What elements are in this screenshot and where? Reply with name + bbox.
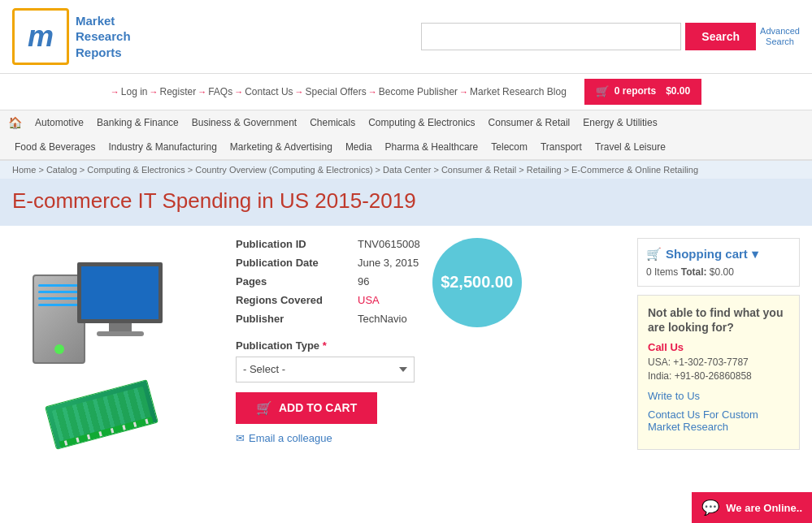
nav-contact[interactable]: Contact Us xyxy=(245,86,293,97)
price-circle: $2,500.00 xyxy=(432,238,522,327)
cart-total: $0.00 xyxy=(666,85,690,98)
cat-banking[interactable]: Banking & Finance xyxy=(90,115,185,131)
cat-pharma[interactable]: Pharma & Healthcare xyxy=(379,139,485,155)
logo-box: m xyxy=(12,8,69,65)
cat-marketing[interactable]: Marketing & Advertising xyxy=(224,139,339,155)
cat-industry[interactable]: Industry & Manufacturing xyxy=(102,139,223,155)
cat-consumer[interactable]: Consumer & Retail xyxy=(482,115,577,131)
product-details: Publication ID TNV0615008 Publication Da… xyxy=(224,238,637,458)
cart-widget-icon: 🛒 xyxy=(646,247,662,262)
cat-computing[interactable]: Computing & Electronics xyxy=(362,115,481,131)
logo-line1: Market xyxy=(76,13,131,29)
nav-arrow: → xyxy=(111,87,119,97)
nav-login[interactable]: Log in xyxy=(121,86,148,97)
cart-widget-title[interactable]: 🛒 Shopping cart ▾ xyxy=(646,247,791,262)
custom-research-section: Contact Us For Custom Market Research xyxy=(648,408,789,433)
custom-research-link[interactable]: Contact Us For Custom Market Research xyxy=(648,408,758,433)
cat-travel[interactable]: Travel & Leisure xyxy=(588,139,672,155)
cat-nav-row2: Food & Beverages Industry & Manufacturin… xyxy=(0,135,812,159)
pub-date-value: June 3, 2015 xyxy=(358,257,419,269)
category-nav: 🏠 Automotive Banking & Finance Business … xyxy=(0,110,812,161)
pages-label: Pages xyxy=(236,275,358,287)
call-us-title: Call Us xyxy=(648,341,789,353)
cart-count: 0 reports xyxy=(614,85,656,98)
logo-line2: Research xyxy=(76,28,131,45)
nav-arrow: → xyxy=(459,87,468,97)
pub-id-label: Publication ID xyxy=(236,238,358,250)
logo-text: Market Research Reports xyxy=(76,13,131,61)
nav-register[interactable]: Register xyxy=(159,86,196,97)
cat-energy[interactable]: Energy & Utilities xyxy=(576,115,663,131)
cart-button[interactable]: 🛒 0 reports $0.00 xyxy=(584,79,701,105)
nav-arrow: → xyxy=(295,87,304,97)
nav-arrow: → xyxy=(149,87,158,97)
product-illustration xyxy=(24,258,211,437)
regions-value[interactable]: USA xyxy=(358,294,380,306)
top-nav: → Log in → Register → FAQs → Contact Us … xyxy=(0,74,812,110)
email-label: Email a colleague xyxy=(249,432,332,444)
nav-faqs[interactable]: FAQs xyxy=(208,86,232,97)
email-colleague-link[interactable]: ✉ Email a colleague xyxy=(236,432,625,444)
page-title-area: E-commerce IT Spending in US 2015-2019 xyxy=(0,179,812,226)
cat-transport[interactable]: Transport xyxy=(534,139,588,155)
call-us-section: Call Us USA: +1-302-703-7787 India: +91-… xyxy=(648,341,789,383)
write-us-link[interactable]: Write to Us xyxy=(648,390,700,402)
nav-special-offers[interactable]: Special Offers xyxy=(306,86,367,97)
advanced-search-link[interactable]: AdvancedSearch xyxy=(760,26,800,47)
write-us-section: Write to Us xyxy=(648,390,789,402)
pub-date-row: Publication Date June 3, 2015 xyxy=(236,257,420,269)
add-to-cart-button[interactable]: 🛒 ADD TO CART xyxy=(236,392,377,424)
logo-line3: Reports xyxy=(76,45,131,61)
nav-arrow: → xyxy=(198,87,206,97)
search-button[interactable]: Search xyxy=(685,23,756,50)
pages-row: Pages 96 xyxy=(236,275,420,287)
search-area: Search AdvancedSearch xyxy=(421,23,800,50)
cat-food[interactable]: Food & Beverages xyxy=(8,139,102,155)
cart-items-text: 0 Items xyxy=(646,266,678,278)
call-india: India: +91-80-26860858 xyxy=(648,370,789,383)
cat-chemicals[interactable]: Chemicals xyxy=(303,115,362,131)
detail-table: Publication ID TNV0615008 Publication Da… xyxy=(236,238,420,331)
cat-automotive[interactable]: Automotive xyxy=(28,115,90,131)
price-value: $2,500.00 xyxy=(441,273,513,292)
email-icon: ✉ xyxy=(236,432,245,444)
pub-type-label: Publication Type * xyxy=(236,339,625,352)
page-title: E-commerce IT Spending in US 2015-2019 xyxy=(12,188,800,214)
cat-business[interactable]: Business & Government xyxy=(185,115,303,131)
right-sidebar: 🛒 Shopping cart ▾ 0 Items Total: $0.00 N… xyxy=(637,238,800,458)
publication-type-select[interactable]: - Select - PDF (Single User) PDF (Multi … xyxy=(236,357,415,383)
not-found-box: Not able to find what you are looking fo… xyxy=(637,295,800,450)
home-icon[interactable]: 🏠 xyxy=(8,116,22,129)
cart-total-value: $0.00 xyxy=(710,266,734,278)
search-input[interactable] xyxy=(421,23,681,50)
required-marker: * xyxy=(323,339,327,352)
logo-letter: m xyxy=(28,19,54,54)
publisher-value: TechNavio xyxy=(358,313,407,325)
cart-widget-info: 0 Items Total: $0.00 xyxy=(646,266,791,278)
cart-dropdown-icon: ▾ xyxy=(752,247,758,262)
main-content: Publication ID TNV0615008 Publication Da… xyxy=(0,226,812,470)
cart-icon-small: 🛒 xyxy=(256,400,272,416)
cat-nav-row1: 🏠 Automotive Banking & Finance Business … xyxy=(0,110,812,135)
header: m Market Research Reports Search Advance… xyxy=(0,0,812,74)
product-image xyxy=(12,238,224,458)
cart-widget-label: Shopping cart xyxy=(666,247,748,261)
shopping-cart-widget: 🛒 Shopping cart ▾ 0 Items Total: $0.00 xyxy=(637,238,800,287)
nav-become-publisher[interactable]: Become Publisher xyxy=(379,86,458,97)
details-price-row: Publication ID TNV0615008 Publication Da… xyxy=(236,238,625,331)
logo-area: m Market Research Reports xyxy=(12,8,131,65)
not-found-title: Not able to find what you are looking fo… xyxy=(648,305,789,335)
pub-id-value: TNV0615008 xyxy=(358,238,420,250)
pub-type-text: Publication Type xyxy=(236,339,319,352)
cat-telecom[interactable]: Telecom xyxy=(484,139,534,155)
pub-id-row: Publication ID TNV0615008 xyxy=(236,238,420,250)
pub-date-label: Publication Date xyxy=(236,257,358,269)
regions-label: Regions Covered xyxy=(236,294,358,306)
publisher-label: Publisher xyxy=(236,313,358,325)
nav-arrow: → xyxy=(234,87,243,97)
pages-value: 96 xyxy=(358,275,369,287)
cart-total-label: Total: xyxy=(681,266,707,278)
cat-media[interactable]: Media xyxy=(339,139,379,155)
publisher-row: Publisher TechNavio xyxy=(236,313,420,325)
nav-blog[interactable]: Market Research Blog xyxy=(470,86,567,97)
